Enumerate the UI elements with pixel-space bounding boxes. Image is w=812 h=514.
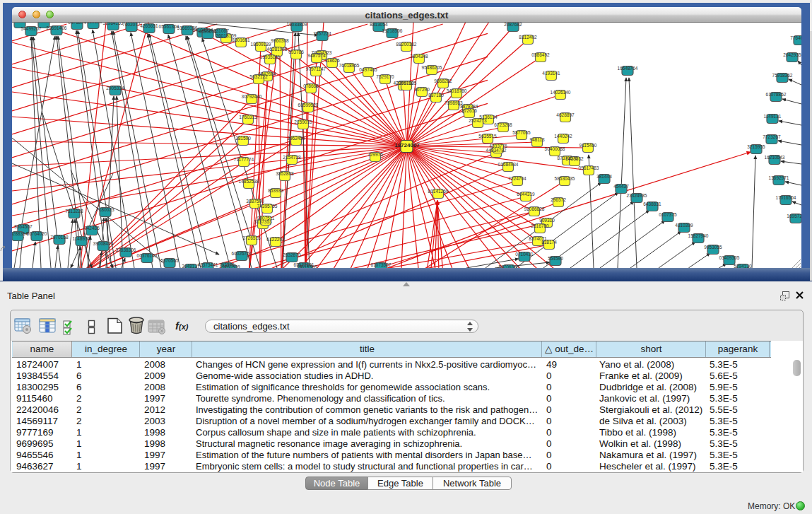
svg-text:807290: 807290 — [414, 87, 430, 92]
svg-text:372616: 372616 — [461, 108, 477, 113]
svg-text:00376143: 00376143 — [137, 253, 158, 258]
svg-text:19218506: 19218506 — [382, 28, 403, 33]
svg-text:22791805: 22791805 — [396, 81, 417, 86]
svg-text:078666: 078666 — [303, 83, 319, 88]
svg-text:4333776: 4333776 — [489, 144, 507, 148]
svg-text:43373441: 43373441 — [198, 262, 218, 267]
svg-text:0107375: 0107375 — [659, 212, 677, 217]
svg-text:44834782: 44834782 — [486, 148, 507, 153]
svg-text:4310399: 4310399 — [675, 223, 693, 228]
svg-text:8813054: 8813054 — [370, 23, 388, 27]
svg-text:50400088: 50400088 — [545, 146, 565, 151]
svg-text:296572: 296572 — [551, 197, 566, 202]
svg-text:3215955: 3215955 — [747, 144, 765, 149]
svg-text:39008474: 39008474 — [93, 241, 114, 246]
svg-text:7313228: 7313228 — [65, 209, 83, 214]
svg-text:2042935: 2042935 — [783, 52, 801, 57]
svg-text:2154728: 2154728 — [283, 155, 301, 160]
svg-text:831067: 831067 — [213, 28, 229, 33]
svg-text:7180023: 7180023 — [96, 207, 114, 212]
svg-text:2905334: 2905334 — [106, 86, 124, 90]
svg-text:7723267: 7723267 — [763, 134, 781, 139]
svg-text:80141269: 80141269 — [428, 189, 449, 194]
svg-text:2159010: 2159010 — [294, 119, 312, 124]
svg-text:4193141: 4193141 — [542, 71, 560, 76]
svg-text:3726516: 3726516 — [242, 235, 261, 240]
svg-text:95486205: 95486205 — [422, 65, 442, 70]
svg-text:46281948: 46281948 — [267, 47, 288, 52]
svg-text:887180: 887180 — [428, 93, 444, 98]
svg-text:60026751: 60026751 — [232, 251, 252, 256]
svg-text:118625: 118625 — [324, 58, 340, 63]
svg-text:3962459: 3962459 — [287, 136, 305, 141]
svg-text:17016504: 17016504 — [776, 195, 796, 200]
svg-text:9487574: 9487574 — [307, 53, 326, 58]
svg-text:97971147: 97971147 — [306, 66, 326, 71]
svg-text:14026140: 14026140 — [551, 90, 571, 95]
svg-text:8364507: 8364507 — [14, 224, 33, 229]
svg-text:2524273: 2524273 — [469, 118, 487, 123]
svg-text:01684934: 01684934 — [498, 162, 519, 167]
svg-text:71177774: 71177774 — [234, 157, 254, 162]
svg-text:948113: 948113 — [529, 137, 545, 142]
svg-text:3387500: 3387500 — [246, 199, 264, 204]
svg-text:37838306: 37838306 — [116, 247, 136, 252]
svg-text:92086828: 92086828 — [524, 206, 545, 211]
svg-text:7224704: 7224704 — [508, 176, 526, 181]
svg-text:9260309: 9260309 — [222, 264, 240, 268]
svg-text:7409319: 7409319 — [12, 23, 29, 23]
svg-text:729975: 729975 — [367, 152, 383, 157]
svg-text:52984153: 52984153 — [103, 23, 124, 25]
svg-text:7970168: 7970168 — [50, 235, 69, 240]
svg-text:4628897: 4628897 — [556, 112, 575, 117]
svg-text:8433532: 8433532 — [565, 156, 584, 161]
svg-text:58530435: 58530435 — [555, 176, 575, 181]
svg-text:7529170: 7529170 — [376, 74, 394, 79]
svg-text:05561304: 05561304 — [159, 24, 180, 29]
svg-text:454437: 454437 — [613, 184, 629, 189]
svg-text:16210643: 16210643 — [765, 155, 785, 160]
svg-text:55706360: 55706360 — [499, 264, 519, 268]
svg-text:68599528: 68599528 — [298, 103, 319, 107]
svg-text:03409305: 03409305 — [719, 255, 740, 260]
svg-text:13692971: 13692971 — [769, 175, 789, 180]
svg-text:15827940: 15827940 — [688, 233, 709, 238]
svg-text:74395755: 74395755 — [257, 204, 278, 209]
svg-text:54499207: 54499207 — [21, 26, 42, 31]
svg-text:3319128: 3319128 — [84, 23, 102, 24]
svg-text:9907511: 9907511 — [257, 216, 275, 221]
svg-text:16033809: 16033809 — [287, 23, 307, 27]
svg-text:093786: 093786 — [288, 49, 304, 54]
svg-text:16648764: 16648764 — [618, 66, 638, 71]
svg-text:2516780: 2516780 — [531, 223, 549, 228]
svg-text:7764672: 7764672 — [790, 35, 801, 40]
svg-text:61073587: 61073587 — [371, 262, 392, 267]
svg-text:1149131: 1149131 — [764, 114, 782, 119]
svg-text:5370565: 5370565 — [160, 258, 179, 263]
svg-text:8301661: 8301661 — [232, 37, 250, 42]
svg-text:88200182: 88200182 — [396, 42, 417, 47]
svg-text:9953055: 9953055 — [704, 245, 722, 250]
svg-text:554590: 554590 — [548, 256, 563, 261]
svg-text:5877065: 5877065 — [512, 130, 531, 135]
svg-text:6723268: 6723268 — [494, 122, 512, 127]
svg-text:05617483: 05617483 — [579, 165, 599, 170]
svg-text:75918362: 75918362 — [772, 73, 793, 78]
svg-text:9115460: 9115460 — [579, 143, 597, 148]
svg-text:95288314: 95288314 — [12, 231, 28, 236]
svg-text:20691406: 20691406 — [47, 25, 67, 30]
svg-text:6122202: 6122202 — [266, 237, 285, 242]
svg-text:1695722: 1695722 — [787, 214, 801, 218]
svg-text:0586492: 0586492 — [531, 52, 550, 57]
svg-text:34018780: 34018780 — [447, 88, 467, 93]
svg-text:5635515: 5635515 — [478, 134, 497, 139]
svg-text:9868282: 9868282 — [434, 78, 452, 83]
svg-text:1440242: 1440242 — [554, 134, 572, 139]
svg-text:818174: 818174 — [541, 240, 557, 245]
svg-text:76018955: 76018955 — [339, 63, 360, 68]
svg-text:15618365: 15618365 — [297, 264, 317, 268]
svg-text:7602077: 7602077 — [122, 23, 141, 27]
svg-text:18724007: 18724007 — [394, 142, 420, 148]
svg-text:14852538: 14852538 — [239, 179, 259, 184]
svg-text:23324935: 23324935 — [627, 193, 647, 198]
